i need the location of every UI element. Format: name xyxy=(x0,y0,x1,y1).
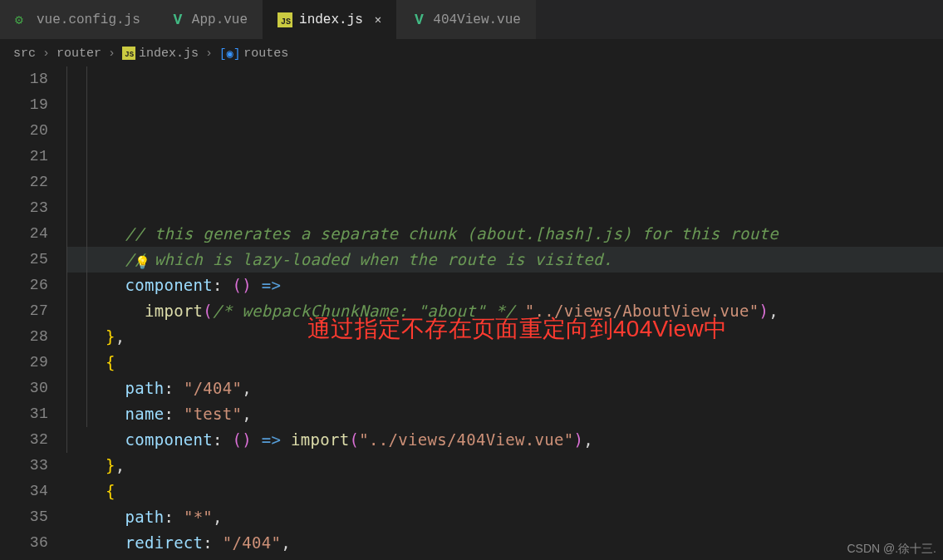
lightbulb-icon[interactable]: 💡 xyxy=(135,251,150,277)
breadcrumb-file[interactable]: index.js xyxy=(139,47,199,61)
property: component xyxy=(125,430,213,449)
chevron-right-icon: › xyxy=(108,47,115,61)
tabs-bar: ⚙ vue.config.js V App.vue JS index.js ✕ … xyxy=(0,0,943,40)
property: name xyxy=(125,405,164,423)
string: "*" xyxy=(184,508,213,526)
close-icon[interactable]: ✕ xyxy=(375,12,381,27)
chevron-right-icon: › xyxy=(42,47,50,61)
tab-label: index.js xyxy=(299,12,363,27)
property: path xyxy=(125,508,164,526)
config-icon: ⚙ xyxy=(15,12,30,28)
comment: // which is lazy-loaded when the route i… xyxy=(125,250,612,268)
tab-index-js[interactable]: JS index.js ✕ xyxy=(263,0,396,39)
vue-icon: V xyxy=(411,12,426,28)
chevron-right-icon: › xyxy=(205,47,213,61)
vue-icon: V xyxy=(170,12,185,28)
string: "/404" xyxy=(184,379,242,397)
tab-app-vue[interactable]: V App.vue xyxy=(155,0,263,39)
breadcrumb-part[interactable]: src xyxy=(13,47,36,61)
comment: // this generates a separate chunk (abou… xyxy=(125,224,778,243)
string: "/404" xyxy=(223,533,281,552)
property: component xyxy=(125,276,213,294)
property: redirect xyxy=(125,533,203,552)
string: "test" xyxy=(184,405,242,423)
code-area[interactable]: 💡 // this generates a separate chunk (ab… xyxy=(66,66,943,560)
tab-vue-config[interactable]: ⚙ vue.config.js xyxy=(0,0,155,39)
property: path xyxy=(125,379,164,397)
tab-404view-vue[interactable]: V 404View.vue xyxy=(396,0,536,39)
breadcrumb-part[interactable]: router xyxy=(56,47,101,61)
line-gutter: 181920 212223 242526 272829 303132 33343… xyxy=(0,66,66,560)
tab-label: vue.config.js xyxy=(37,12,140,27)
tab-label: 404View.vue xyxy=(433,12,521,27)
symbol-icon: [◉] xyxy=(219,47,240,61)
string: "../views/404View.vue" xyxy=(359,430,573,449)
js-icon: JS xyxy=(277,12,292,27)
breadcrumb-symbol[interactable]: routes xyxy=(243,47,288,61)
code-content[interactable]: // this generates a separate chunk (abou… xyxy=(66,221,943,560)
import-call: import xyxy=(145,302,203,320)
tab-label: App.vue xyxy=(192,12,248,27)
editor[interactable]: 181920 212223 242526 272829 303132 33343… xyxy=(0,66,943,560)
js-icon: JS xyxy=(122,47,135,60)
annotation-text: 通过指定不存在页面重定向到404View中 xyxy=(307,316,727,341)
import-call: import xyxy=(291,430,349,449)
breadcrumb: src › router › JS index.js › [◉] routes xyxy=(0,40,943,66)
